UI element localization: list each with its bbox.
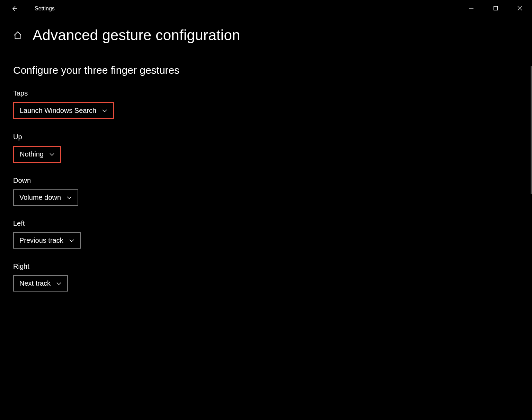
chevron-down-icon: [102, 109, 107, 113]
minimize-button[interactable]: [459, 0, 484, 17]
chevron-down-icon: [66, 196, 72, 199]
chevron-down-icon: [49, 153, 55, 156]
section-title: Configure your three finger gestures: [13, 64, 532, 76]
gesture-group-taps: Taps Launch Windows Search: [13, 89, 532, 119]
dropdown-up[interactable]: Nothing: [13, 146, 61, 163]
dropdown-value: Volume down: [19, 194, 61, 202]
home-icon: [13, 31, 22, 40]
gesture-label-taps: Taps: [13, 89, 532, 97]
dropdown-value: Nothing: [20, 150, 44, 158]
svg-rect-1: [494, 7, 498, 10]
gesture-label-right: Right: [13, 262, 532, 270]
dropdown-left[interactable]: Previous track: [13, 232, 81, 249]
window-controls: [459, 0, 532, 17]
page-header: Advanced gesture configuration: [13, 27, 532, 44]
home-button[interactable]: [13, 31, 22, 40]
gesture-label-left: Left: [13, 220, 532, 227]
gesture-group-right: Right Next track: [13, 262, 532, 292]
gesture-label-up: Up: [13, 133, 532, 141]
dropdown-taps[interactable]: Launch Windows Search: [13, 102, 114, 119]
minimize-icon: [469, 6, 474, 11]
gesture-group-left: Left Previous track: [13, 220, 532, 249]
maximize-button[interactable]: [484, 0, 508, 17]
dropdown-down[interactable]: Volume down: [13, 189, 78, 206]
gesture-label-down: Down: [13, 177, 532, 185]
scrollbar[interactable]: [531, 66, 532, 194]
close-button[interactable]: [508, 0, 532, 17]
arrow-left-icon: [11, 5, 18, 12]
page-title: Advanced gesture configuration: [33, 27, 240, 44]
gesture-group-down: Down Volume down: [13, 177, 532, 206]
titlebar: Settings: [0, 0, 532, 17]
dropdown-value: Previous track: [19, 236, 63, 244]
chevron-down-icon: [69, 239, 74, 242]
gesture-group-up: Up Nothing: [13, 133, 532, 163]
chevron-down-icon: [56, 282, 62, 285]
app-title: Settings: [35, 6, 55, 12]
dropdown-value: Next track: [19, 279, 51, 287]
maximize-icon: [493, 6, 498, 11]
dropdown-value: Launch Windows Search: [20, 107, 96, 115]
back-button[interactable]: [8, 2, 21, 16]
dropdown-right[interactable]: Next track: [13, 275, 68, 292]
close-icon: [517, 6, 522, 11]
content-area: Advanced gesture configuration Configure…: [0, 17, 532, 292]
